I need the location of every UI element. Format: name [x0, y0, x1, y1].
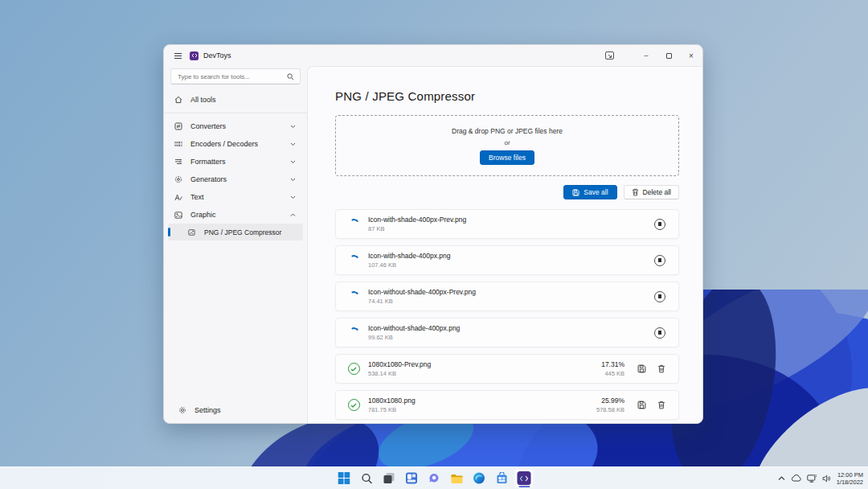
sidebar-item-label: Encoders / Decoders [190, 140, 282, 148]
image-compressor-icon [187, 229, 196, 236]
cancel-compression-button[interactable] [654, 291, 665, 302]
home-icon [174, 96, 182, 104]
taskbar-clock[interactable]: 12:00 PM 1/18/2022 [837, 471, 863, 486]
onedrive-cloud-icon[interactable] [791, 475, 801, 482]
sidebar-item-png-jpeg-compressor[interactable]: PNG / JPEG Compressor [168, 224, 303, 240]
save-all-label: Save all [583, 188, 608, 196]
devtoys-logo-icon [190, 51, 199, 60]
chevron-down-icon [290, 178, 296, 182]
widgets-button[interactable] [402, 468, 422, 488]
volume-icon[interactable] [822, 475, 831, 483]
close-button[interactable]: × [680, 46, 702, 65]
task-view-icon [383, 472, 395, 484]
bulk-actions: Save all Delete all [335, 185, 679, 199]
windows-logo-icon [338, 472, 350, 484]
file-row: 1080x1080-Prev.png 538.14 KB 17.31% 445 … [335, 354, 679, 384]
compressed-size: 578.58 KB [596, 406, 624, 413]
compact-overlay-button[interactable] [598, 46, 620, 65]
taskbar-search-button[interactable] [357, 468, 377, 488]
file-size: 107.46 KB [368, 261, 451, 269]
folder-icon [450, 473, 463, 484]
hamburger-menu-button[interactable] [167, 45, 188, 66]
edge-button[interactable] [469, 468, 489, 488]
chevron-down-icon [290, 195, 296, 199]
progress-spinner-icon [347, 218, 360, 231]
file-size: 538.14 KB [368, 370, 431, 377]
browse-files-button[interactable]: Browse files [480, 150, 534, 165]
save-file-button[interactable] [634, 398, 649, 413]
cancel-compression-button[interactable] [654, 219, 665, 230]
titlebar[interactable]: DevToys – × [164, 45, 702, 66]
file-row: Icon-with-shade-400px-Prev.png 87 KB [335, 209, 679, 239]
cancel-compression-button[interactable] [654, 255, 665, 266]
widgets-icon [406, 472, 418, 484]
hidden-icons-chevron[interactable] [778, 476, 785, 481]
sidebar-item-converters[interactable]: Converters [168, 117, 303, 135]
task-view-button[interactable] [379, 468, 399, 488]
success-check-icon [347, 363, 360, 376]
sidebar-item-text[interactable]: Text [168, 188, 303, 206]
sidebar-item-label: Graphic [190, 211, 282, 219]
save-icon [637, 364, 646, 373]
delete-file-button[interactable] [654, 362, 669, 376]
sidebar-item-label: Settings [194, 406, 293, 414]
window-title: DevToys [203, 51, 231, 60]
delete-file-button[interactable] [654, 398, 669, 413]
sidebar-item-generators[interactable]: Generators [168, 171, 303, 188]
save-file-button[interactable] [634, 362, 649, 376]
chevron-up-icon [290, 213, 296, 217]
maximize-button[interactable] [657, 46, 680, 65]
file-explorer-button[interactable] [447, 468, 467, 488]
compression-percent: 25.99% [596, 397, 624, 405]
dropzone-instruction: Drag & drop PNG or JPEG files here [452, 127, 563, 135]
sidebar-item-encoders-decoders[interactable]: Encoders / Decoders [168, 135, 303, 153]
success-check-icon [347, 399, 360, 412]
trash-icon [657, 364, 665, 373]
file-row: Icon-without-shade-400px.png 99.62 KB [335, 318, 679, 347]
chat-icon [428, 472, 440, 484]
converters-icon [174, 122, 182, 130]
chevron-down-icon [290, 125, 296, 129]
sidebar-item-settings[interactable]: Settings [172, 401, 299, 419]
network-icon[interactable] [807, 475, 817, 483]
stop-icon [658, 258, 662, 262]
search-icon [361, 473, 372, 484]
graphic-tools-icon [174, 212, 182, 219]
tool-search-box[interactable] [170, 68, 301, 84]
file-name: Icon-without-shade-400px.png [368, 324, 460, 332]
sidebar-item-formatters[interactable]: Formatters [168, 153, 303, 171]
tray-time: 12:00 PM [837, 471, 863, 479]
start-button[interactable] [334, 468, 354, 488]
save-icon [572, 189, 579, 196]
chat-button[interactable] [424, 468, 444, 488]
compression-percent: 17.31% [601, 360, 624, 368]
sidebar-divider [164, 113, 307, 113]
progress-spinner-icon [347, 327, 360, 339]
minimize-button[interactable]: – [635, 46, 657, 65]
store-icon [496, 472, 507, 484]
cancel-compression-button[interactable] [654, 327, 665, 339]
search-icon [287, 73, 294, 80]
file-row: 1080x1080.png 781.75 KB 25.99% 578.58 KB [335, 390, 679, 420]
save-all-button[interactable]: Save all [563, 185, 616, 199]
store-button[interactable] [492, 468, 512, 488]
devtoys-window: DevToys – × All tools [163, 44, 703, 424]
delete-all-button[interactable]: Delete all [624, 185, 679, 199]
sidebar-item-label: Generators [190, 175, 282, 183]
sidebar: All tools Converters Encoders / Decoders [164, 66, 307, 423]
file-name: 1080x1080.png [368, 397, 416, 405]
file-dropzone[interactable]: Drag & drop PNG or JPEG files here or Br… [335, 115, 679, 176]
file-size: 99.62 KB [368, 334, 460, 341]
page-title: PNG / JPEG Compressor [335, 89, 679, 103]
stop-icon [658, 331, 662, 335]
chevron-down-icon [290, 142, 296, 146]
devtoys-taskbar-button[interactable] [514, 468, 534, 488]
sidebar-item-label: All tools [190, 96, 297, 104]
sidebar-item-graphic[interactable]: Graphic [168, 206, 303, 224]
sidebar-item-label: PNG / JPEG Compressor [204, 228, 297, 236]
tray-date: 1/18/2022 [837, 479, 863, 486]
search-input[interactable] [171, 73, 287, 80]
progress-spinner-icon [347, 290, 360, 303]
sidebar-item-all-tools[interactable]: All tools [168, 91, 303, 109]
sidebar-item-label: Formatters [190, 158, 282, 166]
